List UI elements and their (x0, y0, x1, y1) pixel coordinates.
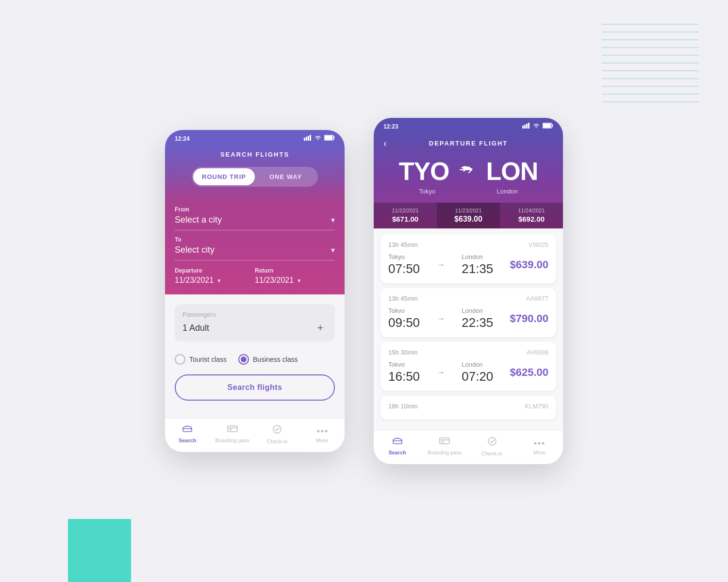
flight-to-city-3: London (462, 361, 493, 368)
flight-price-2: $790.00 (510, 312, 548, 325)
flight-from-time-3: 16:50 (388, 369, 420, 384)
status-icons-phone1 (304, 135, 335, 142)
status-bar-phone2: 12:23 (374, 118, 563, 133)
from-label: From (175, 206, 335, 213)
svg-point-25 (273, 425, 281, 433)
date-price-2[interactable]: 11/23/2021 $639.00 (437, 203, 500, 228)
nav-search-label: Search (179, 437, 197, 443)
svg-point-26 (317, 430, 319, 433)
add-passenger-button[interactable]: + (314, 321, 327, 335)
tourist-class-option[interactable]: Tourist class (175, 354, 227, 365)
svg-rect-31 (526, 124, 528, 129)
tourist-radio-icon (175, 354, 185, 365)
date-price-1[interactable]: 11/22/2021 $671.00 (374, 203, 437, 228)
flight-dest-1: London 21:35 (462, 253, 493, 276)
search-flights-button[interactable]: Search flights (175, 374, 335, 401)
date-row: Departure 11/23/2021 ▾ Return 11/23/2021… (175, 260, 335, 294)
flight-card-1[interactable]: 13h 45min VI9025 Tokyo 07:50 → London 21… (381, 234, 556, 283)
flight-to-time-1: 21:35 (462, 261, 493, 276)
boarding2-nav-icon (439, 436, 450, 448)
flight-card-top-2: 13h 45min AA9877 (388, 295, 548, 302)
flight-code-4: KLM790 (525, 403, 548, 410)
svg-rect-35 (393, 441, 402, 444)
svg-rect-32 (528, 123, 529, 129)
date-price-3[interactable]: 11/24/2021 $692.00 (500, 203, 563, 228)
flight-code-1: VI9025 (529, 241, 548, 248)
flight-from-time-2: 09:50 (388, 315, 420, 330)
lines-decoration (602, 15, 699, 112)
passengers-label: Passengers (182, 311, 327, 318)
flight-to-city-2: London (462, 307, 493, 314)
dp-price-1: $671.00 (374, 215, 437, 223)
svg-rect-11 (304, 138, 305, 141)
flight-to-time-3: 07:20 (462, 369, 493, 384)
one-way-button[interactable]: ONE WAY (255, 168, 316, 185)
svg-point-27 (321, 430, 323, 433)
flight-card-4[interactable]: 18h 10min KLM790 (381, 396, 556, 420)
boarding-nav-icon (227, 424, 238, 436)
nav2-checkin[interactable]: Check-in (468, 436, 516, 456)
results-list: 13h 45min VI9025 Tokyo 07:50 → London 21… (374, 228, 563, 430)
round-trip-button[interactable]: ROUND TRIP (193, 168, 255, 185)
phone1: 12:24 SEARCH FLIGHTS ROUND TRIP ONE WAY (165, 130, 345, 452)
tourist-label: Tourist class (189, 356, 227, 363)
nav-search[interactable]: Search (165, 424, 210, 444)
flight-duration-3: 15h 30min (388, 349, 418, 356)
return-group: Return 11/23/2021 ▾ (255, 267, 335, 285)
flight-card-2[interactable]: 13h 45min AA9877 Tokvo 09:50 → London 22… (381, 288, 556, 337)
nav-checkin[interactable]: Check-in (255, 424, 300, 444)
from-row[interactable]: Select a city ▾ (175, 215, 335, 230)
phone2: 12:23 ‹ DEPARTURE FLIGHT (374, 118, 563, 464)
dp-date-1: 11/22/2021 (374, 208, 437, 213)
nav2-more[interactable]: More (516, 436, 563, 456)
svg-rect-29 (522, 126, 524, 129)
nav-boarding-label: Boarding pass (215, 437, 249, 443)
nav2-search[interactable]: Search (374, 436, 421, 456)
time-phone2: 12:23 (383, 123, 398, 130)
dp-date-2: 11/23/2021 (437, 208, 500, 213)
to-chevron-icon: ▾ (331, 245, 335, 255)
return-label: Return (255, 267, 335, 274)
nav2-boarding[interactable]: Boarding pass (421, 436, 469, 456)
business-label: Business class (253, 356, 298, 363)
flight-card-3[interactable]: 15h 30min AV6998 Tokvo 16:50 → London 07… (381, 342, 556, 391)
nav2-more-label: More (533, 450, 546, 455)
bottom-nav-phone1: Search Boarding pass (165, 418, 345, 452)
flight-arrow-1: → (436, 260, 445, 270)
svg-rect-39 (440, 438, 449, 444)
departure-chevron-icon: ▾ (217, 277, 221, 284)
flight-duration-4: 18h 10min (388, 403, 418, 410)
to-city-name: London (496, 188, 517, 195)
route-arrow-icon (459, 163, 477, 180)
flight-code-2: AA9877 (526, 295, 548, 302)
to-row[interactable]: Select city ▾ (175, 245, 335, 260)
dp-date-3: 11/24/2021 (500, 208, 563, 213)
nav-more[interactable]: More (300, 424, 345, 444)
status-icons-phone2 (522, 123, 553, 130)
nav-boarding[interactable]: Boarding pass (210, 424, 255, 444)
flight-from-city-1: Tokyo (388, 253, 420, 260)
nav-checkin-label: Check-in (267, 438, 288, 444)
svg-point-46 (542, 442, 545, 445)
nav-more-label: More (316, 437, 328, 443)
flight-to-time-2: 22:35 (462, 315, 493, 330)
wifi-icon (314, 135, 322, 142)
battery-icon (324, 135, 335, 142)
teal-decoration (68, 519, 131, 582)
departure-value: 11/23/2021 (175, 276, 214, 285)
return-value: 11/23/2021 (255, 276, 294, 285)
flight-origin-1: Tokyo 07:50 (388, 253, 420, 276)
business-class-option[interactable]: Business class (238, 354, 298, 365)
flight-card-main-3: Tokvo 16:50 → London 07:20 $625.00 (388, 361, 548, 384)
from-field-group: From Select a city ▾ (175, 200, 335, 230)
checkin2-nav-icon (487, 436, 497, 449)
fields-section: From Select a city ▾ To Select city ▾ De… (165, 200, 345, 294)
search2-nav-icon (392, 436, 403, 448)
flight-card-main-1: Tokyo 07:50 → London 21:35 $639.00 (388, 253, 548, 276)
back-button[interactable]: ‹ (383, 138, 387, 149)
flight-price-3: $625.00 (510, 366, 548, 379)
svg-point-43 (488, 437, 496, 445)
passengers-value: 1 Adult (182, 323, 209, 333)
to-code: LON (486, 157, 538, 186)
from-city-name: Tokyo (419, 188, 435, 195)
